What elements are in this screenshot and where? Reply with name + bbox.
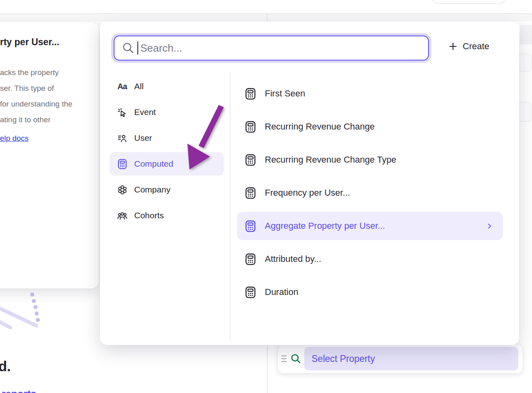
category-sidebar: Aa All Event User Computed Company Co: [110, 75, 224, 230]
screen: d. reports rty per User... acks the prop…: [0, 0, 532, 393]
modal-inner-divider: [230, 73, 231, 341]
property-row-recurring-revenue-change-type[interactable]: Recurring Revenue Change Type: [237, 146, 503, 174]
property-label: Aggregate Property per User...: [265, 221, 486, 231]
aa-icon: Aa: [116, 82, 129, 91]
property-label: Duration: [265, 287, 493, 297]
category-label: Event: [134, 107, 156, 117]
background-button-fragment: [432, 0, 505, 4]
user-icon: [116, 133, 129, 143]
tooltip-body-line: for understanding the: [0, 100, 73, 108]
property-search-icon: [291, 353, 301, 364]
property-row-aggregate-property-per-user[interactable]: Aggregate Property per User...: [237, 212, 503, 240]
search-input[interactable]: [114, 36, 429, 61]
property-row-attributed-by[interactable]: Attributed by...: [237, 245, 503, 273]
create-button-label: Create: [463, 41, 489, 52]
select-property-button[interactable]: Select Property: [304, 347, 518, 370]
select-property-label: Select Property: [312, 353, 375, 364]
category-item-computed[interactable]: Computed: [110, 152, 224, 176]
category-label: User: [134, 133, 152, 143]
calculator-icon: [243, 220, 257, 232]
calculator-icon: [243, 121, 257, 133]
tooltip-title: rty per User...: [0, 37, 89, 48]
property-label: First Seen: [265, 88, 493, 99]
background-card-fragment: [517, 102, 532, 122]
chevron-right-icon: [486, 222, 493, 230]
text-caret: [137, 42, 138, 54]
query-builder-property-row: Select Property: [277, 344, 523, 374]
property-list: First Seen Recurring Revenue Change Recu…: [237, 79, 503, 311]
category-item-cohorts[interactable]: Cohorts: [110, 204, 224, 227]
plus-icon: [448, 42, 458, 51]
tooltip-body-line: ser. This type of: [0, 84, 54, 92]
help-docs-link[interactable]: elp docs: [0, 134, 29, 143]
calculator-icon: [243, 187, 257, 199]
category-label: Computed: [134, 159, 173, 169]
property-row-recurring-revenue-change[interactable]: Recurring Revenue Change: [237, 113, 503, 141]
property-label: Recurring Revenue Change: [265, 121, 493, 132]
create-button[interactable]: Create: [447, 40, 490, 53]
property-row-duration[interactable]: Duration: [237, 278, 503, 306]
cohorts-icon: [116, 210, 129, 221]
calculator-icon: [243, 286, 257, 299]
property-description-tooltip: rty per User... acks the property ser. T…: [0, 22, 99, 288]
background-card-fragment: [517, 53, 532, 72]
search-field: [114, 36, 429, 61]
property-label: Frequency per User...: [265, 188, 493, 198]
event-cursor-icon: [116, 107, 129, 117]
page-link-fragment[interactable]: reports: [2, 388, 36, 393]
tooltip-body-line: acks the property: [0, 68, 59, 77]
category-label: All: [134, 82, 143, 91]
page-heading-fragment: d.: [0, 358, 10, 374]
category-label: Company: [134, 185, 170, 194]
top-strip: [0, 14, 532, 21]
tooltip-body-line: ating it to other: [0, 115, 51, 124]
company-icon: [116, 184, 129, 195]
calculator-icon: [243, 154, 257, 166]
calculator-icon: [243, 88, 257, 100]
property-label: Recurring Revenue Change Type: [265, 155, 493, 165]
property-row-frequency-per-user[interactable]: Frequency per User...: [237, 179, 503, 207]
property-row-first-seen[interactable]: First Seen: [237, 79, 503, 108]
category-item-company[interactable]: Company: [110, 178, 224, 201]
category-item-user[interactable]: User: [110, 126, 224, 150]
property-label: Attributed by...: [265, 254, 493, 264]
background-panel-fragment: [520, 25, 532, 44]
category-item-event[interactable]: Event: [110, 100, 224, 124]
property-picker-modal: Create Aa All Event User Computed Co: [100, 21, 519, 345]
category-label: Cohorts: [134, 211, 164, 220]
drag-handle-icon[interactable]: [281, 355, 289, 363]
calculator-icon: [243, 253, 257, 265]
category-item-all[interactable]: Aa All: [110, 75, 224, 98]
calculator-icon: [116, 159, 129, 169]
